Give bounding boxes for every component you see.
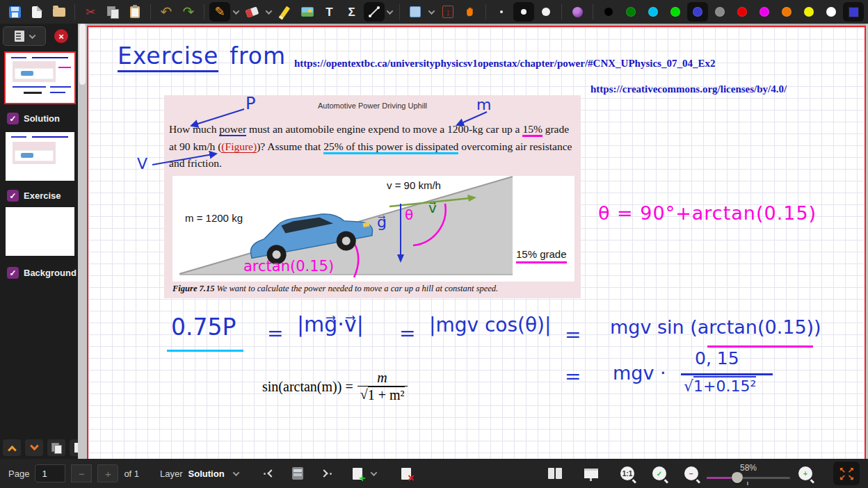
open-folder-icon: [53, 8, 65, 17]
fill-tool-button[interactable]: [567, 2, 588, 22]
check-icon: ✓: [9, 114, 16, 124]
zoom-fit-button[interactable]: ✓: [652, 466, 666, 480]
p-annotation: P: [246, 94, 255, 113]
select-dropdown[interactable]: [427, 2, 436, 22]
new-page-dropdown[interactable]: [368, 464, 380, 483]
delete-page-button[interactable]: [401, 468, 411, 480]
color-gray-button[interactable]: [709, 2, 730, 22]
line-shape-icon: [368, 6, 380, 18]
shape-tool-button[interactable]: [364, 2, 385, 22]
copy-button[interactable]: [102, 2, 123, 22]
layer-checkbox-exercise[interactable]: ✓: [7, 190, 19, 202]
thickness-thick-button[interactable]: [536, 2, 556, 22]
undo-icon: ↶: [161, 5, 172, 19]
color-magenta-button[interactable]: [754, 2, 775, 22]
zoom-100-button[interactable]: 1:1: [620, 466, 634, 480]
eraser-tool-button[interactable]: [242, 2, 263, 22]
layer-preview-solution[interactable]: [6, 53, 74, 103]
sidebar-close-button[interactable]: ×: [54, 29, 68, 43]
zoom-out-button[interactable]: −: [684, 466, 698, 480]
color-green-button[interactable]: [665, 2, 686, 22]
page-number-input[interactable]: 1: [35, 464, 65, 482]
shape-dropdown[interactable]: [386, 2, 395, 22]
color-darkgreen-button[interactable]: [620, 2, 641, 22]
prev-page-button[interactable]: [264, 471, 274, 476]
layer-checkbox-solution[interactable]: ✓: [7, 113, 19, 124]
layer-label-exercise[interactable]: Exercise: [24, 190, 61, 201]
hand-tool-button[interactable]: [460, 2, 481, 22]
color-black-button[interactable]: [598, 2, 619, 22]
next-page-button[interactable]: [321, 471, 332, 476]
layer-preview-exercise[interactable]: [6, 132, 74, 181]
layer-down-button[interactable]: [25, 439, 43, 456]
g-vector-annotation: g⃗: [377, 213, 387, 231]
color-picker-icon: [849, 7, 859, 17]
thickness-fine-button[interactable]: [491, 2, 512, 22]
undo-button[interactable]: ↶: [156, 2, 177, 22]
chevron-down-icon: [428, 8, 435, 15]
color-white-icon: [826, 7, 836, 17]
paste-button[interactable]: [124, 2, 145, 22]
cut-button[interactable]: ✂: [80, 2, 101, 22]
page-preview-icon[interactable]: [292, 467, 303, 480]
new-page-button[interactable]: [353, 468, 362, 480]
thickness-medium-button[interactable]: [513, 2, 534, 22]
figure-link[interactable]: (Figure): [221, 140, 257, 153]
layer-selector[interactable]: Solution: [188, 469, 225, 479]
color-yellow-button[interactable]: [798, 2, 819, 22]
new-file-button[interactable]: [26, 2, 47, 22]
copy-layer-button[interactable]: [47, 439, 65, 456]
chevron-down-icon: [30, 441, 39, 450]
fullscreen-button[interactable]: ↖ ↗↙ ↘: [833, 462, 860, 485]
separator: [561, 4, 562, 19]
color-cyan-button[interactable]: [643, 2, 664, 22]
text-tool-button[interactable]: T: [319, 2, 340, 22]
page-minus-button[interactable]: −: [71, 464, 92, 482]
select-tool-button[interactable]: [405, 2, 426, 22]
layer-checkbox-background[interactable]: ✓: [7, 267, 19, 279]
eraser-dropdown[interactable]: [264, 2, 273, 22]
document-page[interactable]: Exercise from https://opentextbc.ca/univ…: [87, 26, 866, 459]
layer-label-background[interactable]: Background: [24, 268, 77, 278]
sidebar-mode-button[interactable]: [3, 26, 46, 46]
layer-sidebar: × ✓ Solution: [0, 24, 78, 459]
highlighter-tool-button[interactable]: [275, 2, 296, 22]
scrollbar-thumb[interactable]: [79, 24, 86, 85]
text-icon: T: [326, 6, 332, 18]
color-white-button[interactable]: [821, 2, 842, 22]
mass-label: m = 1200 kg: [185, 212, 243, 224]
magenta-underline: [707, 345, 813, 348]
thick-dot-icon: [542, 8, 550, 16]
grade-label: 15% grade: [516, 248, 567, 263]
m-annotation: m: [476, 96, 491, 113]
color-orange-icon: [782, 7, 791, 17]
zoom-in-button[interactable]: +: [798, 466, 812, 480]
color-blue-button[interactable]: [687, 2, 708, 22]
pen-dropdown[interactable]: [232, 2, 241, 22]
vertical-scrollbar[interactable]: [78, 24, 87, 459]
redo-button[interactable]: ↷: [178, 2, 199, 22]
layer-preview-background[interactable]: [6, 207, 74, 256]
zoom-slider[interactable]: [707, 472, 790, 483]
fullscreen-icon: ↖ ↗↙ ↘: [839, 466, 854, 480]
separator: [204, 4, 204, 19]
layer-up-button[interactable]: [3, 439, 21, 456]
color-picker-button[interactable]: [843, 2, 864, 22]
open-button[interactable]: [49, 2, 70, 22]
layer-label-solution[interactable]: Solution: [24, 113, 60, 124]
vertical-space-tool-button[interactable]: ↕: [437, 2, 458, 22]
color-red-button[interactable]: [732, 2, 753, 22]
zoom-slider-thumb[interactable]: [732, 472, 743, 483]
color-black-icon: [604, 7, 613, 17]
pen-tool-button[interactable]: ✎: [209, 2, 230, 22]
save-button[interactable]: [4, 2, 25, 22]
latex-fraction: m √1 + m²: [357, 370, 408, 403]
figure-caption: Figure 7.15 We want to calculate the pow…: [172, 284, 574, 294]
color-orange-button[interactable]: [776, 2, 797, 22]
math-tex-tool-button[interactable]: Σ: [341, 2, 362, 22]
page-plus-button[interactable]: +: [97, 464, 118, 482]
dual-page-view-button[interactable]: [548, 468, 562, 479]
layer-dropdown[interactable]: [230, 464, 243, 483]
presentation-mode-button[interactable]: [584, 469, 598, 478]
image-tool-button[interactable]: [297, 2, 318, 22]
